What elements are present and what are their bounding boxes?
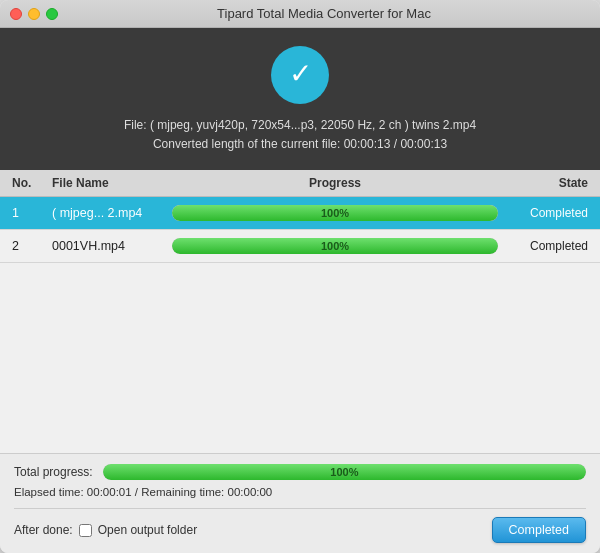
row-filename: 0001VH.mp4: [52, 239, 172, 253]
conversion-status-panel: ✓ File: ( mjpeg, yuvj420p, 720x54...p3, …: [0, 28, 600, 170]
file-name-line: File: ( mjpeg, yuvj420p, 720x54...p3, 22…: [124, 116, 476, 135]
traffic-lights: [10, 8, 58, 20]
row-number: 1: [12, 206, 52, 220]
row-progress-bar-container: 100%: [172, 238, 498, 254]
total-progress-pct-label: 100%: [103, 464, 586, 480]
main-window: Tipard Total Media Converter for Mac ✓ F…: [0, 0, 600, 553]
total-progress-label: Total progress:: [14, 465, 93, 479]
table-row[interactable]: 1 ( mjpeg... 2.mp4 100% Completed: [0, 197, 600, 230]
table-header-row: No. File Name Progress State: [0, 170, 600, 197]
row-number: 2: [12, 239, 52, 253]
total-progress-bar: 100%: [103, 464, 586, 480]
table-row[interactable]: 2 0001VH.mp4 100% Completed: [0, 230, 600, 263]
window-title: Tipard Total Media Converter for Mac: [58, 6, 590, 21]
maximize-button[interactable]: [46, 8, 58, 20]
progress-label: 100%: [172, 205, 498, 221]
open-output-checkbox[interactable]: [79, 524, 92, 537]
time-info: Elapsed time: 00:00:01 / Remaining time:…: [14, 486, 586, 498]
header-state: State: [498, 176, 588, 190]
after-done-section: After done: Open output folder: [14, 523, 492, 537]
title-bar: Tipard Total Media Converter for Mac: [0, 0, 600, 28]
total-progress-row: Total progress: 100%: [14, 464, 586, 480]
progress-label: 100%: [172, 238, 498, 254]
bottom-panel: Total progress: 100% Elapsed time: 00:00…: [0, 453, 600, 553]
file-info-panel: File: ( mjpeg, yuvj420p, 720x54...p3, 22…: [124, 116, 476, 154]
row-progress-bar-container: 100%: [172, 205, 498, 221]
success-indicator: ✓: [271, 46, 329, 104]
after-done-label: After done:: [14, 523, 73, 537]
row-state: Completed: [498, 206, 588, 220]
row-filename: ( mjpeg... 2.mp4: [52, 206, 172, 220]
converted-length-line: Converted length of the current file: 00…: [124, 135, 476, 154]
row-state: Completed: [498, 239, 588, 253]
open-output-label: Open output folder: [98, 523, 197, 537]
header-no: No.: [12, 176, 52, 190]
footer-bar: After done: Open output folder Completed: [14, 508, 586, 553]
file-table: No. File Name Progress State 1 ( mjpeg..…: [0, 170, 600, 453]
checkmark-icon: ✓: [289, 60, 312, 88]
minimize-button[interactable]: [28, 8, 40, 20]
header-progress: Progress: [172, 176, 498, 190]
header-filename: File Name: [52, 176, 172, 190]
close-button[interactable]: [10, 8, 22, 20]
completed-button[interactable]: Completed: [492, 517, 586, 543]
